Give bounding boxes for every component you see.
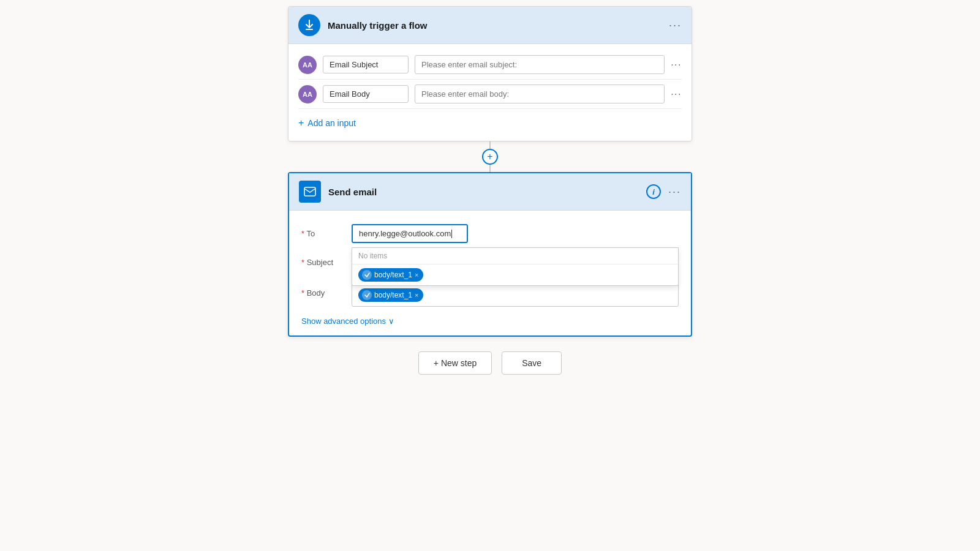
send-email-more-button[interactable]: ··· [668,186,681,197]
body-chip-close[interactable]: × [415,291,418,299]
connector: + [482,141,498,172]
connector-plus-button[interactable]: + [482,149,498,165]
send-email-info-button[interactable]: i [646,184,661,199]
svg-rect-0 [306,29,313,30]
add-input-label: Add an input [307,118,356,128]
advanced-options-chevron-icon: ∨ [388,317,394,326]
send-email-card: Send email i ··· * To henry.legge@outloo… [288,172,692,337]
save-button[interactable]: Save [502,351,562,375]
add-input-plus-icon: + [298,118,304,129]
send-email-title: Send email [328,187,639,197]
email-body-input[interactable] [415,84,665,103]
info-icon-label: i [652,187,655,197]
advanced-options-button[interactable]: Show advanced options ∨ [301,317,679,326]
trigger-card-title: Manually trigger a flow [328,20,662,31]
send-email-icon [299,181,321,203]
to-field-row: * To henry.legge@outlook.com No items [301,219,679,248]
to-text-input[interactable]: henry.legge@outlook.com [352,224,468,243]
to-dropdown: No items body/text_1 × [352,247,679,286]
new-step-button[interactable]: + New step [418,351,492,375]
body-chip: body/text_1 × [358,288,423,302]
dropdown-item-subject[interactable]: body/text_1 × [352,264,678,285]
email-subject-avatar: AA [298,56,317,74]
to-field-label: * To [301,224,344,238]
to-cursor [451,230,452,238]
to-email-value: henry.legge@outlook.com [359,229,451,238]
body-field-input[interactable]: body/text_1 × [352,283,679,307]
email-body-avatar: AA [298,85,317,103]
email-body-row: AA Email Body ··· [298,80,682,109]
body-chip-icon [362,290,372,300]
dropdown-chip-subject-label: body/text_1 [374,271,412,279]
dropdown-chip-subject: body/text_1 × [358,268,423,282]
connector-line-bottom [489,165,491,172]
send-email-header: Send email i ··· [289,173,691,211]
email-subject-label: Email Subject [323,56,409,73]
trigger-card: Manually trigger a flow ··· AA Email Sub… [288,6,692,141]
bottom-actions: + New step Save [418,351,562,375]
dropdown-no-items: No items [352,248,678,264]
trigger-card-body: AA Email Subject ··· AA Email Body ··· +… [288,44,692,141]
advanced-options-label: Show advanced options [301,317,386,326]
dropdown-chip-subject-icon [362,270,372,280]
trigger-icon [298,14,320,36]
trigger-card-header: Manually trigger a flow ··· [288,7,692,44]
subject-field-label: * Subject [301,253,344,267]
body-chip-label: body/text_1 [374,291,412,299]
body-field-label: * Body [301,283,344,298]
to-input-wrapper: henry.legge@outlook.com No items [352,224,679,243]
email-body-label: Email Body [323,85,409,103]
connector-line-top [489,141,491,149]
email-subject-input[interactable] [415,55,665,74]
add-input-button[interactable]: + Add an input [298,109,682,131]
dropdown-chip-subject-close[interactable]: × [415,271,418,279]
email-subject-more[interactable]: ··· [671,59,682,70]
email-body-more[interactable]: ··· [671,89,682,100]
email-subject-row: AA Email Subject ··· [298,50,682,80]
trigger-more-button[interactable]: ··· [669,20,682,31]
connector-plus-icon: + [487,151,492,162]
svg-rect-1 [304,187,315,196]
send-email-body: * To henry.legge@outlook.com No items [289,211,691,335]
